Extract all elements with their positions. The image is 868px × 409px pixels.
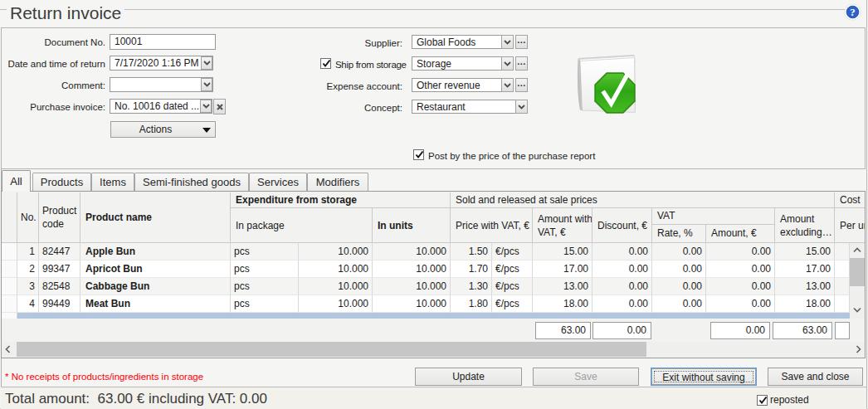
svg-text:?: ? (850, 6, 856, 18)
